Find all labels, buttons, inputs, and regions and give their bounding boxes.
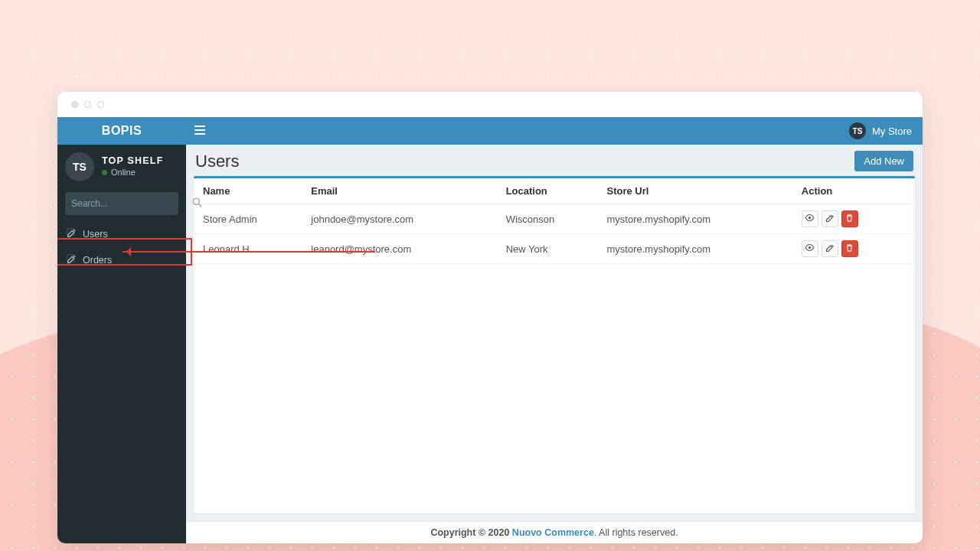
brand-logo: BOPIS bbox=[57, 117, 186, 145]
sidebar-user-status: Online bbox=[102, 168, 164, 178]
avatar: TS bbox=[65, 152, 94, 181]
col-location: Location bbox=[497, 178, 598, 204]
sidebar-toggle[interactable] bbox=[186, 117, 214, 145]
sidebar-nav: Users Orders bbox=[57, 221, 186, 273]
pencil-icon bbox=[825, 243, 835, 255]
eye-icon bbox=[805, 213, 815, 225]
col-url: Store Url bbox=[598, 178, 792, 204]
sidebar-search bbox=[65, 192, 178, 215]
traffic-light-close bbox=[71, 101, 78, 108]
sidebar-user-name: TOP SHELF bbox=[102, 155, 164, 168]
col-action: Action bbox=[792, 178, 915, 204]
traffic-light-max bbox=[97, 101, 104, 108]
sidebar-item-label: Orders bbox=[83, 255, 112, 266]
sidebar-user-panel: TS TOP SHELF Online bbox=[57, 145, 186, 189]
delete-button[interactable] bbox=[841, 210, 858, 227]
eye-icon bbox=[805, 243, 815, 255]
status-dot-icon bbox=[102, 170, 107, 175]
cell-location: New York bbox=[497, 234, 598, 264]
cell-name: Store Admin bbox=[194, 204, 302, 234]
cell-actions bbox=[792, 234, 915, 264]
window-titlebar bbox=[57, 92, 923, 117]
trash-icon bbox=[845, 243, 854, 255]
cell-email: leanord@mystore.com bbox=[302, 234, 496, 264]
sidebar-item-orders[interactable]: Orders bbox=[57, 247, 186, 273]
edit-button[interactable] bbox=[822, 210, 838, 227]
users-panel: Name Email Location Store Url Action Sto… bbox=[194, 176, 915, 514]
col-email: Email bbox=[302, 178, 496, 204]
svg-point-4 bbox=[808, 217, 811, 219]
view-button[interactable] bbox=[802, 210, 818, 227]
traffic-light-min bbox=[84, 101, 91, 108]
store-switcher[interactable]: TS My Store bbox=[838, 117, 923, 145]
footer-link[interactable]: Nuovo Commerce bbox=[512, 527, 594, 538]
edit-icon bbox=[67, 228, 77, 240]
search-input[interactable] bbox=[65, 198, 192, 209]
store-avatar: TS bbox=[849, 122, 866, 139]
view-button[interactable] bbox=[802, 240, 818, 257]
browser-window: BOPIS TS My Store TS TOP SHELF bbox=[57, 92, 923, 543]
cell-location: Wisconson bbox=[497, 204, 598, 234]
trash-icon bbox=[845, 214, 854, 225]
svg-point-5 bbox=[808, 246, 811, 249]
main-content: Users Add New Name Email Location Store … bbox=[186, 145, 923, 543]
cell-name: Leonard H bbox=[194, 234, 302, 264]
footer: Copyright © 2020 Nuovo Commerce. All rig… bbox=[186, 521, 923, 543]
delete-button[interactable] bbox=[841, 240, 858, 257]
col-name: Name bbox=[194, 178, 302, 204]
store-name: My Store bbox=[872, 126, 912, 137]
table-row: Leonard Hleanord@mystore.comNew Yorkmyst… bbox=[194, 234, 915, 264]
sidebar: TS TOP SHELF Online bbox=[57, 145, 186, 543]
pencil-icon bbox=[825, 214, 835, 225]
sidebar-item-label: Users bbox=[83, 229, 108, 240]
svg-line-1 bbox=[199, 204, 202, 207]
hamburger-icon bbox=[194, 126, 205, 137]
edit-button[interactable] bbox=[822, 240, 838, 257]
sidebar-item-users[interactable]: Users bbox=[57, 221, 186, 247]
cell-actions bbox=[792, 204, 915, 234]
cell-url: mystore.myshopify.com bbox=[598, 204, 792, 234]
cell-email: johndoe@mystore.com bbox=[302, 204, 496, 234]
table-row: Store Adminjohndoe@mystore.comWisconsonm… bbox=[194, 204, 915, 234]
search-icon[interactable] bbox=[192, 197, 202, 210]
svg-point-0 bbox=[193, 198, 199, 204]
page-title: Users bbox=[195, 152, 239, 171]
top-nav: BOPIS TS My Store bbox=[57, 117, 923, 145]
cell-url: mystore.myshopify.com bbox=[598, 234, 792, 264]
add-new-button[interactable]: Add New bbox=[854, 151, 913, 171]
users-table: Name Email Location Store Url Action Sto… bbox=[194, 178, 915, 264]
edit-icon bbox=[67, 254, 77, 266]
